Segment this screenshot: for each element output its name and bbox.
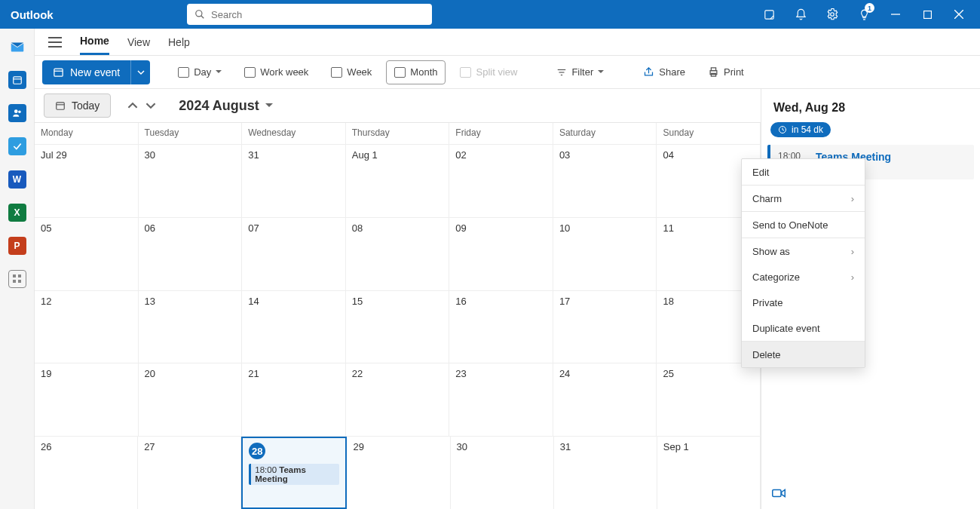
rail-people[interactable] — [8, 104, 26, 122]
day-cell[interactable]: 31 — [554, 437, 657, 509]
day-cell[interactable]: 16 — [449, 291, 553, 363]
notifications-button[interactable] — [786, 0, 816, 29]
new-event-button[interactable]: New event — [42, 60, 130, 84]
svg-point-11 — [18, 111, 21, 114]
day-cell[interactable]: 23 — [449, 363, 553, 436]
day-cell[interactable]: 22 — [346, 363, 450, 436]
ctx-categorize[interactable]: Categorize› — [742, 264, 865, 290]
ctx-charm-label: Charm — [752, 193, 782, 204]
day-cell[interactable]: 07 — [242, 218, 346, 290]
rail-todo[interactable] — [8, 137, 26, 155]
maximize-icon — [923, 11, 932, 19]
close-icon — [954, 10, 963, 19]
ctx-delete[interactable]: Delete — [742, 342, 865, 367]
day-cell[interactable]: 08 — [346, 218, 450, 290]
tips-button[interactable]: 1 — [849, 0, 879, 29]
view-workweek-button[interactable]: Work week — [236, 60, 317, 84]
day-cell[interactable]: Jul 29 — [35, 145, 139, 217]
day-cell[interactable]: 2818:00 Teams Meeting — [241, 437, 347, 509]
new-event-dropdown[interactable] — [130, 60, 150, 84]
day-number: 16 — [455, 296, 547, 307]
month-picker[interactable]: 2024 August — [179, 98, 272, 114]
day-number: 21 — [248, 368, 339, 379]
minimize-button[interactable] — [880, 0, 911, 29]
week-row: 05060708091011 — [35, 217, 761, 290]
day-cell[interactable]: 30 — [451, 437, 554, 509]
day-number: 27 — [144, 441, 234, 452]
day-cell[interactable]: 31 — [242, 145, 346, 217]
today-button[interactable]: Today — [44, 94, 111, 118]
ctx-edit[interactable]: Edit — [742, 159, 865, 185]
ctx-send-onenote[interactable]: Send to OneNote — [742, 212, 865, 238]
day-cell[interactable]: 15 — [346, 291, 450, 363]
menu-view[interactable]: View — [127, 30, 150, 54]
view-week-button[interactable]: Week — [323, 60, 380, 84]
day-cell[interactable]: 09 — [449, 218, 553, 290]
day-cell[interactable]: 21 — [242, 363, 346, 436]
day-number: 07 — [248, 222, 339, 234]
day-number: 20 — [145, 368, 236, 379]
day-cell[interactable]: 17 — [553, 291, 657, 363]
day-cell[interactable]: 10 — [553, 218, 657, 290]
day-cell[interactable]: 13 — [139, 291, 243, 363]
day-number: 15 — [352, 296, 443, 307]
day-cell[interactable]: 30 — [139, 145, 243, 217]
day-cell[interactable]: 20 — [139, 363, 243, 436]
view-day-button[interactable]: Day — [170, 60, 230, 84]
day-cell[interactable]: 26 — [35, 437, 138, 509]
menu-help[interactable]: Help — [168, 30, 190, 54]
day-number: 29 — [353, 441, 443, 452]
day-cell[interactable]: Sep 1 — [657, 437, 761, 509]
menu-home[interactable]: Home — [80, 29, 109, 55]
svg-point-0 — [196, 11, 202, 17]
rail-more-apps[interactable] — [8, 270, 26, 288]
filter-button[interactable]: Filter — [548, 60, 612, 84]
rail-excel[interactable]: X — [8, 204, 26, 222]
next-month-button[interactable] — [145, 100, 156, 111]
chevron-down-icon — [137, 69, 145, 76]
day-cell[interactable]: 03 — [553, 145, 657, 217]
eta-pill: in 54 dk — [770, 122, 831, 137]
day-cell[interactable]: 24 — [553, 363, 657, 436]
rail-mail[interactable] — [8, 38, 26, 56]
close-button[interactable] — [944, 0, 974, 29]
view-month-button[interactable]: Month — [386, 60, 446, 84]
event-chip[interactable]: 18:00 Teams Meeting — [249, 464, 339, 485]
day-number: 10 — [559, 222, 651, 234]
prev-month-button[interactable] — [127, 100, 138, 111]
day-cell[interactable]: 05 — [35, 218, 139, 290]
day-cell[interactable]: 14 — [242, 291, 346, 363]
maximize-button[interactable] — [912, 0, 942, 29]
chevron-down-icon — [145, 100, 156, 111]
dow-header: Wednesday — [242, 123, 346, 144]
day-cell[interactable]: 12 — [35, 291, 139, 363]
ctx-show-as[interactable]: Show as› — [742, 238, 865, 264]
ctx-private[interactable]: Private — [742, 290, 865, 315]
rail-powerpoint[interactable]: P — [8, 237, 26, 255]
bell-icon — [795, 8, 807, 21]
day-number: 02 — [455, 149, 547, 161]
svg-rect-15 — [18, 280, 21, 283]
day-cell[interactable]: 19 — [35, 363, 139, 436]
day-cell[interactable]: Aug 1 — [346, 145, 450, 217]
calendar-icon — [12, 75, 23, 85]
notes-button[interactable] — [754, 0, 784, 29]
view-split-button: Split view — [452, 60, 525, 84]
print-button[interactable]: Print — [700, 60, 752, 84]
day-cell[interactable]: 06 — [139, 218, 243, 290]
rail-calendar[interactable] — [8, 71, 26, 89]
search-input[interactable] — [211, 9, 424, 20]
search-box[interactable] — [187, 4, 432, 25]
ctx-charm[interactable]: Charm› — [742, 186, 865, 211]
day-cell[interactable]: 02 — [449, 145, 553, 217]
share-button[interactable]: Share — [635, 60, 694, 84]
day-cell[interactable]: 29 — [347, 437, 450, 509]
settings-button[interactable] — [817, 0, 847, 29]
hamburger-button[interactable] — [48, 37, 62, 48]
teams-join-icon[interactable] — [767, 485, 974, 501]
day-cell[interactable]: 27 — [138, 437, 241, 509]
ctx-duplicate[interactable]: Duplicate event — [742, 315, 865, 341]
day-cell[interactable]: 25 — [657, 363, 761, 436]
svg-rect-2 — [764, 10, 773, 18]
rail-word[interactable]: W — [8, 170, 26, 189]
